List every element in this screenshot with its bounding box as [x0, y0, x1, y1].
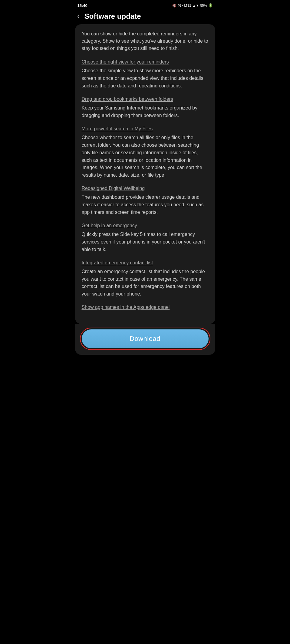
status-icons: 🔇 4G+ LTE1 ▲▼ 55% 🔋	[172, 3, 213, 8]
page-title: Software update	[84, 12, 141, 21]
status-time: 15:40	[77, 3, 87, 8]
feature-reminders-view: Choose the right view for your reminders…	[82, 59, 209, 90]
download-button-wrapper: Download	[80, 328, 210, 350]
mute-icon: 🔇	[172, 4, 176, 8]
feature-desc-emergency-help: Quickly press the Side key 5 times to ca…	[82, 231, 209, 253]
feature-emergency-contacts: Integrated emergency contact list Create…	[82, 260, 209, 298]
status-bar: 15:40 🔇 4G+ LTE1 ▲▼ 55% 🔋	[73, 0, 218, 10]
feature-title-apps-edge: Show app names in the Apps edge panel	[82, 304, 209, 311]
feature-digital-wellbeing: Redesigned Digital Wellbeing The new das…	[82, 185, 209, 216]
feature-desc-bookmarks: Keep your Samsung Internet bookmarks org…	[82, 104, 209, 119]
feature-desc-reminders-view: Choose the simple view to show more remi…	[82, 67, 209, 90]
header: ‹ Software update	[73, 10, 218, 24]
feature-title-bookmarks: Drag and drop bookmarks between folders	[82, 96, 209, 103]
feature-title-search: More powerful search in My Files	[82, 126, 209, 132]
signal-icon: ▲▼	[193, 4, 199, 7]
feature-desc-emergency-contacts: Create an emergency contact list that in…	[82, 268, 209, 298]
battery-label: 55%	[200, 4, 207, 7]
feature-title-reminders-view: Choose the right view for your reminders	[82, 59, 209, 65]
feature-title-emergency-help: Get help in an emergency	[82, 222, 209, 229]
network-label: 4G+ LTE1	[178, 4, 191, 7]
feature-bookmarks: Drag and drop bookmarks between folders …	[82, 96, 209, 119]
feature-title-digital-wellbeing: Redesigned Digital Wellbeing	[82, 185, 209, 192]
feature-search: More powerful search in My Files Choose …	[82, 126, 209, 179]
feature-emergency-help: Get help in an emergency Quickly press t…	[82, 222, 209, 253]
feature-title-emergency-contacts: Integrated emergency contact list	[82, 260, 209, 266]
intro-text: You can show or hide the completed remin…	[82, 30, 209, 52]
feature-apps-edge: Show app names in the Apps edge panel	[82, 304, 209, 311]
content-card: You can show or hide the completed remin…	[75, 24, 215, 324]
feature-desc-search: Choose whether to search all files or on…	[82, 134, 209, 179]
battery-icon: 🔋	[208, 3, 213, 8]
download-button[interactable]: Download	[82, 329, 209, 348]
back-button[interactable]: ‹	[77, 12, 80, 20]
feature-desc-digital-wellbeing: The new dashboard provides clearer usage…	[82, 194, 209, 216]
download-area: Download	[75, 324, 215, 355]
